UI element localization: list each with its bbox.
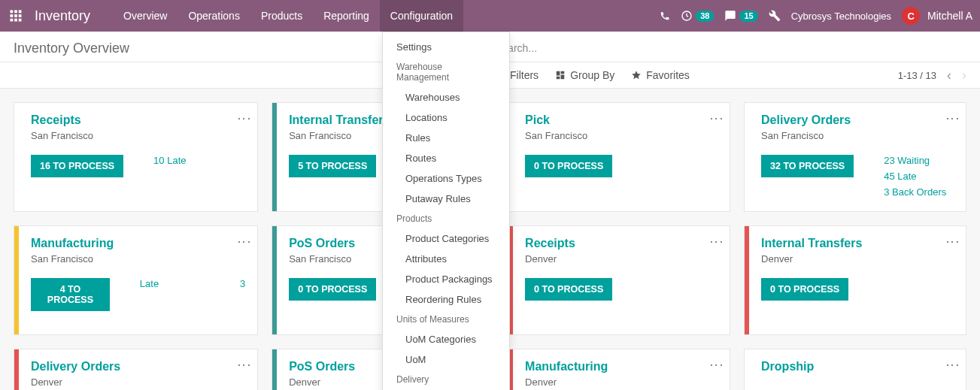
card-stripe: [745, 226, 749, 334]
svg-rect-7: [14, 19, 17, 22]
card-stripe: [14, 349, 19, 390]
card-stripe: [14, 226, 19, 334]
dd-settings[interactable]: Settings: [383, 37, 509, 57]
phone-icon[interactable]: [660, 11, 670, 21]
activities-icon[interactable]: 38: [681, 10, 714, 22]
favorites-button[interactable]: Favorites: [631, 69, 690, 81]
svg-rect-1: [14, 11, 17, 14]
nav-operations[interactable]: Operations: [177, 0, 250, 32]
card-title[interactable]: Receipts: [31, 113, 245, 127]
process-button[interactable]: 4 TO PROCESS: [31, 278, 110, 311]
search-container: [495, 38, 966, 59]
card-menu-icon[interactable]: ⋮: [241, 112, 248, 125]
process-button[interactable]: 16 TO PROCESS: [31, 155, 123, 177]
dd-routes[interactable]: Routes: [383, 148, 509, 168]
svg-rect-2: [19, 11, 22, 14]
card-menu-icon[interactable]: ⋮: [949, 112, 957, 125]
operation-card[interactable]: ⋮ReceiptsDenver0 TO PROCESS: [508, 225, 730, 335]
process-button[interactable]: 0 TO PROCESS: [525, 155, 612, 177]
search-input[interactable]: [495, 38, 966, 59]
card-subtitle: Denver: [525, 376, 718, 388]
dd-uom-categories[interactable]: UoM Categories: [383, 329, 509, 349]
card-body-row: 0 TO PROCESS: [525, 155, 718, 177]
operation-card[interactable]: ⋮ReceiptsSan Francisco16 TO PROCESS10 La…: [14, 102, 258, 212]
topbar-right: 38 15 Cybrosys Technologies C Mitchell A: [660, 7, 972, 25]
dd-attributes[interactable]: Attributes: [383, 249, 509, 269]
debug-icon[interactable]: [769, 10, 781, 22]
pager: 1-13 / 13 ‹ ›: [898, 68, 966, 82]
card-stat-link[interactable]: 45 Late: [884, 171, 946, 182]
discuss-icon[interactable]: 15: [724, 10, 757, 22]
card-title[interactable]: Dropship: [761, 360, 954, 373]
nav-configuration[interactable]: Configuration: [380, 0, 463, 32]
dd-uom[interactable]: UoM: [383, 349, 509, 370]
company-switcher[interactable]: Cybrosys Technologies: [791, 11, 891, 22]
card-body-row: 0 TO PROCESS: [761, 278, 954, 301]
activities-badge: 38: [696, 11, 714, 22]
app-name[interactable]: Inventory: [35, 8, 90, 24]
operation-card[interactable]: ⋮ManufacturingSan Francisco4 TO PROCESSL…: [14, 225, 258, 335]
card-title[interactable]: Pick: [525, 113, 718, 127]
user-menu[interactable]: C Mitchell A: [902, 7, 972, 25]
card-late-row[interactable]: Late3: [140, 278, 245, 289]
nav-reporting[interactable]: Reporting: [313, 0, 380, 32]
card-menu-icon[interactable]: ⋮: [713, 358, 721, 372]
filter-group: Filters Group By Favorites: [495, 69, 690, 81]
process-button[interactable]: 32 TO PROCESS: [761, 155, 854, 177]
pager-prev-icon[interactable]: ‹: [947, 68, 951, 82]
card-subtitle: San Francisco: [761, 130, 954, 141]
svg-rect-3: [11, 14, 14, 17]
card-title[interactable]: Manufacturing: [525, 360, 718, 373]
dd-rules[interactable]: Rules: [383, 128, 509, 148]
svg-rect-0: [11, 11, 14, 14]
process-button[interactable]: 0 TO PROCESS: [289, 278, 376, 301]
nav-products[interactable]: Products: [250, 0, 313, 32]
dd-packagings[interactable]: Product Packagings: [383, 269, 509, 289]
group-by-button[interactable]: Group By: [555, 69, 614, 81]
process-button[interactable]: 0 TO PROCESS: [525, 278, 612, 301]
card-stats: 23 Waiting45 Late3 Back Orders: [884, 155, 946, 198]
card-body-row: 32 TO PROCESS23 Waiting45 Late3 Back Ord…: [761, 155, 954, 198]
operation-card[interactable]: ⋮Dropship: [744, 349, 966, 390]
card-title[interactable]: Receipts: [525, 237, 718, 250]
operation-card[interactable]: ⋮ManufacturingDenver: [508, 349, 730, 390]
operation-card[interactable]: ⋮Internal TransfersDenver0 TO PROCESS: [744, 225, 966, 335]
card-menu-icon[interactable]: ⋮: [241, 358, 248, 372]
svg-rect-6: [11, 19, 14, 22]
operation-card[interactable]: ⋮PickSan Francisco0 TO PROCESS: [508, 102, 730, 212]
dd-warehouses[interactable]: Warehouses: [383, 87, 509, 107]
dd-putaway[interactable]: Putaway Rules: [383, 189, 509, 209]
card-menu-icon[interactable]: ⋮: [713, 112, 721, 125]
process-button[interactable]: 5 TO PROCESS: [289, 155, 376, 177]
operation-card[interactable]: ⋮Delivery OrdersDenver: [14, 349, 258, 390]
card-stat-link[interactable]: 3 Back Orders: [884, 186, 946, 198]
pager-next-icon[interactable]: ›: [962, 68, 966, 82]
operation-card[interactable]: ⋮Delivery OrdersSan Francisco32 TO PROCE…: [744, 102, 966, 212]
nav-overview[interactable]: Overview: [113, 0, 177, 32]
main-nav: Overview Operations Products Reporting C…: [113, 0, 463, 32]
apps-icon[interactable]: [5, 5, 27, 27]
process-button[interactable]: 0 TO PROCESS: [761, 278, 848, 301]
discuss-badge: 15: [739, 11, 757, 22]
svg-rect-4: [14, 14, 17, 17]
card-title[interactable]: Delivery Orders: [31, 360, 245, 373]
card-subtitle: Denver: [761, 253, 954, 265]
card-title[interactable]: Internal Transfers: [761, 237, 954, 250]
card-subtitle: Denver: [31, 376, 245, 388]
dd-product-categories[interactable]: Product Categories: [383, 228, 509, 249]
card-stat-link[interactable]: 10 Late: [153, 155, 186, 166]
configuration-dropdown: Settings Warehouse Management Warehouses…: [382, 32, 510, 390]
card-menu-icon[interactable]: ⋮: [713, 235, 721, 249]
card-subtitle: San Francisco: [525, 130, 718, 141]
card-body-row: 0 TO PROCESS: [525, 278, 718, 301]
card-menu-icon[interactable]: ⋮: [241, 235, 248, 249]
card-menu-icon[interactable]: ⋮: [949, 358, 957, 372]
card-title[interactable]: Manufacturing: [31, 237, 245, 250]
card-menu-icon[interactable]: ⋮: [949, 235, 957, 249]
dd-reordering[interactable]: Reordering Rules: [383, 289, 509, 310]
dd-locations[interactable]: Locations: [383, 107, 509, 128]
card-stat-link[interactable]: 23 Waiting: [884, 155, 946, 166]
card-title[interactable]: Delivery Orders: [761, 113, 954, 127]
dd-operation-types[interactable]: Operations Types: [383, 168, 509, 189]
dd-warehouse-header: Warehouse Management: [383, 57, 509, 87]
